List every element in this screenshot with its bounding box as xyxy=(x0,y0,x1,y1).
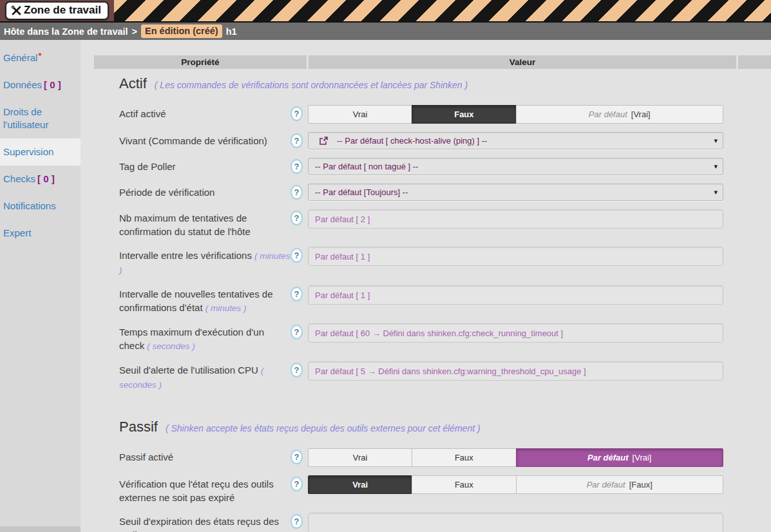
required-marker: * xyxy=(38,51,41,61)
sidebar-item-label: Supervision xyxy=(3,146,53,157)
section-actif: Actif ( Les commandes de vérifications s… xyxy=(81,74,771,392)
property-label: Tag de Poller xyxy=(119,158,290,173)
help-icon[interactable]: ? xyxy=(290,450,303,464)
edited-item-name: h1 xyxy=(226,26,237,37)
count-badge: [ 0 ] xyxy=(44,79,61,90)
toggle-default-label: Par défaut xyxy=(587,453,629,462)
toggle-group-actif-active: Vrai Faux Par défaut [Vrai] xyxy=(308,105,723,124)
toggle-default-value: [Vrai] xyxy=(633,453,652,462)
main-panel: Propriété Valeur Actif ( Les commandes d… xyxy=(81,40,771,532)
workspace-button-label: Zone de travail xyxy=(24,4,101,17)
toggle-default-button[interactable]: Par défaut [Vrai] xyxy=(516,448,724,467)
help-icon[interactable]: ? xyxy=(290,159,303,174)
sidebar-item-label: Checks xyxy=(3,173,35,184)
sidebar-item-droits[interactable]: Droits de l'utilisateur xyxy=(0,99,81,138)
status-badge: En édition (créé) xyxy=(141,24,222,38)
sidebar-item-checks[interactable]: Checks[ 0 ] xyxy=(0,166,81,193)
property-label: Actif activé xyxy=(119,105,290,120)
column-header-spacer xyxy=(738,55,771,69)
property-label: Passif activé xyxy=(119,448,290,464)
breadcrumb: Hôte dans la Zone de travail > En éditio… xyxy=(0,23,771,40)
sidebar: Général* Données[ 0 ] Droits de l'utilis… xyxy=(0,40,81,532)
property-row-intervalle-verif: Intervalle entre les vérifications ( min… xyxy=(81,247,771,277)
property-row-passif-active: Passif activé ? Vrai Faux Par défaut [Vr… xyxy=(81,448,771,467)
property-label: Temps maximum d'exécution d'un check ( s… xyxy=(119,323,290,353)
breadcrumb-separator: > xyxy=(132,26,137,37)
property-row-timeout: Temps maximum d'exécution d'un check ( s… xyxy=(81,323,771,353)
sidebar-item-label: Données xyxy=(3,79,42,90)
sidebar-bottom-strip xyxy=(0,526,81,532)
max-attempts-input[interactable] xyxy=(308,209,723,229)
help-icon[interactable]: ? xyxy=(290,325,303,339)
property-row-intervalle-retry: Intervalle de nouvelles tentatives de co… xyxy=(81,285,771,315)
toggle-group-freshness: Vrai Faux Par défaut [Faux] xyxy=(308,475,723,494)
help-icon[interactable]: ? xyxy=(290,211,303,225)
table-header: Propriété Valeur xyxy=(94,55,771,69)
section-note-actif: ( Les commandes de vérifications sont or… xyxy=(155,75,468,95)
check-command-select[interactable]: -- Par défaut [ check-host-alive (ping) … xyxy=(308,132,723,149)
retry-interval-input[interactable] xyxy=(308,285,723,305)
help-icon[interactable]: ? xyxy=(290,514,303,529)
section-title-passif: Passif xyxy=(119,417,158,437)
section-passif: Passif ( Shinken accepte les états reçus… xyxy=(81,417,771,532)
sidebar-item-supervision[interactable]: Supervision xyxy=(0,138,81,166)
property-label: Intervalle entre les vérifications ( min… xyxy=(119,247,290,277)
property-row-vivant: Vivant (Commande de vérification) ? xyxy=(81,132,771,149)
property-label: Seuil d'alerte de l'utilisation CPU ( se… xyxy=(119,361,290,392)
count-badge: [ 0 ] xyxy=(37,173,55,184)
unit-label: ( minutes ) xyxy=(205,303,247,313)
help-icon[interactable]: ? xyxy=(290,363,303,377)
toggle-group-passif-active: Vrai Faux Par défaut [Vrai] xyxy=(308,448,723,467)
freshness-threshold-input[interactable] xyxy=(308,513,723,532)
cpu-threshold-input[interactable] xyxy=(308,361,723,381)
toggle-vrai-button[interactable]: Vrai xyxy=(308,105,412,124)
sidebar-item-general[interactable]: Général* xyxy=(0,43,81,71)
toggle-default-label: Par défaut xyxy=(587,480,625,489)
sidebar-item-label: Droits de l'utilisateur xyxy=(3,106,48,130)
section-title-actif: Actif xyxy=(119,74,147,93)
external-link-icon[interactable] xyxy=(315,136,332,146)
sidebar-item-notifications[interactable]: Notifications xyxy=(0,193,81,220)
property-label: Période de vérification xyxy=(119,184,290,199)
toggle-default-value: [Faux] xyxy=(629,480,652,489)
toggle-vrai-button[interactable]: Vrai xyxy=(308,448,412,467)
property-row-freshness-check: Vérification que l'état reçu des outils … xyxy=(81,475,771,504)
check-interval-input[interactable] xyxy=(308,247,723,266)
property-label: Seuil d'expiration des états reçus des o… xyxy=(119,513,290,532)
unit-label: ( secondes ) xyxy=(147,341,195,351)
sidebar-item-donnees[interactable]: Données[ 0 ] xyxy=(0,71,81,99)
topbar-left-block: Zone de travail xyxy=(0,0,114,21)
help-icon[interactable]: ? xyxy=(290,477,303,491)
property-row-freshness-threshold: Seuil d'expiration des états reçus des o… xyxy=(81,513,771,532)
sidebar-item-label: Général xyxy=(3,52,37,63)
hazard-stripes-topbar: Zone de travail xyxy=(0,0,771,23)
help-icon[interactable]: ? xyxy=(290,133,303,148)
poller-tag-select[interactable]: -- Par défaut [ non tagué ] -- ▾ xyxy=(308,158,723,175)
workspace-button[interactable]: Zone de travail xyxy=(5,1,109,20)
property-row-cpu-threshold: Seuil d'alerte de l'utilisation CPU ( se… xyxy=(81,361,771,392)
toggle-vrai-button[interactable]: Vrai xyxy=(308,475,412,494)
toggle-faux-button[interactable]: Faux xyxy=(412,448,516,467)
help-icon[interactable]: ? xyxy=(290,248,303,263)
toggle-faux-button[interactable]: Faux xyxy=(412,475,516,494)
toggle-default-button[interactable]: Par défaut [Vrai] xyxy=(516,105,724,124)
breadcrumb-path-link[interactable]: Hôte dans la Zone de travail xyxy=(4,26,128,37)
check-period-select[interactable]: -- Par défaut [Toujours] -- ▾ xyxy=(308,184,723,201)
chevron-down-icon: ▾ xyxy=(714,188,718,196)
property-row-periode: Période de vérification ? -- Par défaut … xyxy=(81,184,771,201)
help-icon[interactable]: ? xyxy=(290,185,303,200)
help-icon[interactable]: ? xyxy=(290,287,303,301)
toggle-faux-button[interactable]: Faux xyxy=(412,105,516,124)
select-value: -- Par défaut [Toujours] -- xyxy=(315,187,714,197)
property-row-nb-max: Nb maximum de tentatives de confirmation… xyxy=(81,209,771,238)
sidebar-item-expert[interactable]: Expert xyxy=(0,220,81,247)
section-note-passif: ( Shinken accepte les états reçus depuis… xyxy=(166,419,481,438)
help-icon[interactable]: ? xyxy=(290,106,303,121)
select-value: -- Par défaut [ check-host-alive (ping) … xyxy=(337,136,714,146)
select-value: -- Par défaut [ non tagué ] -- xyxy=(315,162,714,171)
property-label: Intervalle de nouvelles tentatives de co… xyxy=(119,285,290,315)
property-label: Vivant (Commande de vérification) xyxy=(119,132,290,147)
check-timeout-input[interactable] xyxy=(308,323,723,343)
toggle-default-button[interactable]: Par défaut [Faux] xyxy=(516,475,724,494)
sidebar-item-label: Notifications xyxy=(3,200,56,211)
